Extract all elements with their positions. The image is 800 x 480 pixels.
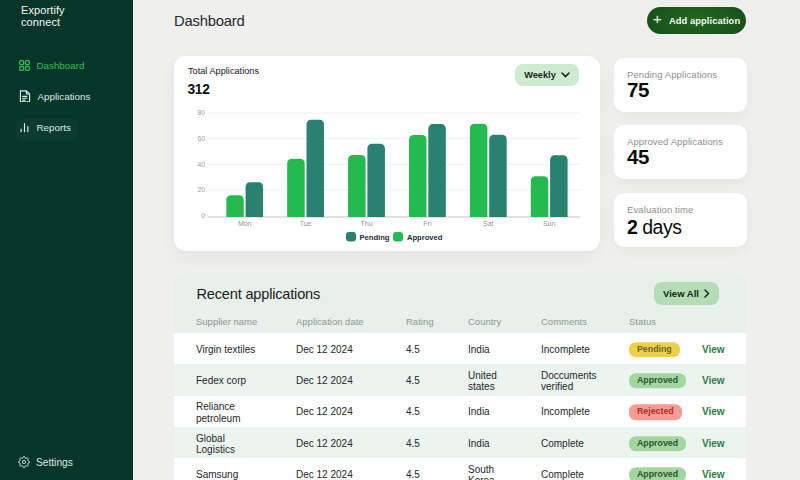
svg-text:80: 80 bbox=[197, 109, 205, 116]
svg-text:60: 60 bbox=[197, 135, 205, 142]
svg-text:20: 20 bbox=[197, 186, 205, 193]
svg-text:Tue: Tue bbox=[300, 220, 312, 227]
svg-text:40: 40 bbox=[197, 161, 205, 168]
svg-text:0: 0 bbox=[201, 212, 205, 219]
svg-text:Fri: Fri bbox=[423, 220, 432, 227]
svg-text:Sun: Sun bbox=[543, 220, 556, 227]
svg-text:Approved: Approved bbox=[407, 233, 443, 242]
svg-text:Sat: Sat bbox=[483, 220, 494, 227]
svg-text:Pending: Pending bbox=[360, 233, 390, 242]
svg-text:Thu: Thu bbox=[360, 220, 372, 227]
svg-text:Mon: Mon bbox=[238, 220, 252, 227]
